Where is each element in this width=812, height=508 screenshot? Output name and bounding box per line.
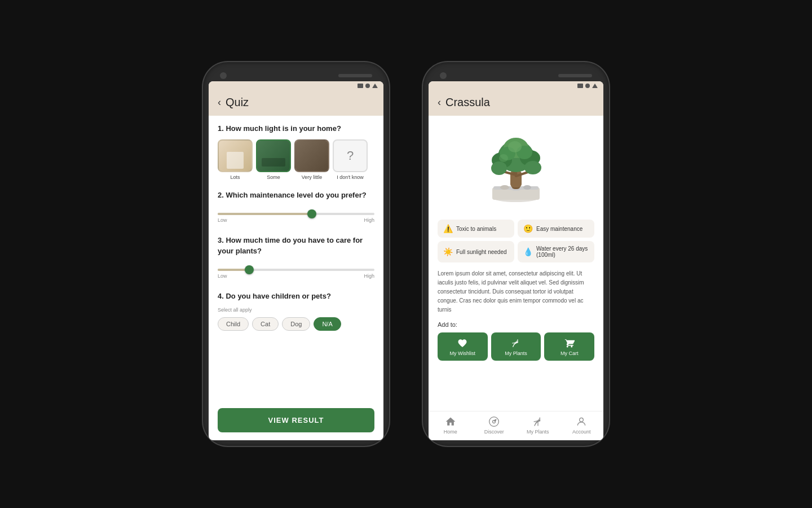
water-icon: 💧 [523, 247, 533, 256]
maintenance-slider-container: Low High [218, 206, 374, 225]
plant-tags: ⚠️ Toxic to animals 🙂 Easy maintenance ☀… [438, 220, 594, 262]
time-slider-thumb[interactable] [245, 265, 254, 274]
pet-chip-dog[interactable]: Dog [282, 317, 310, 331]
tag-water: 💧 Water every 26 days (100ml) [518, 241, 594, 262]
wifi-icon-2 [592, 84, 598, 88]
maintenance-slider-thumb[interactable] [307, 209, 316, 218]
wishlist-icon [457, 338, 467, 348]
plant-content: ⚠️ Toxic to animals 🙂 Easy maintenance ☀… [429, 116, 603, 411]
maintenance-slider-fill [218, 213, 312, 215]
light-option-lots[interactable]: Lots [218, 139, 253, 180]
speaker [338, 74, 372, 77]
question-2-text: 2. Which maintenance level do you prefer… [218, 190, 374, 200]
add-to-plants[interactable]: My Plants [491, 332, 541, 361]
time-slider-labels: Low High [218, 273, 374, 279]
light-option-little[interactable]: Very little [294, 139, 329, 180]
maintenance-slider-track [218, 213, 374, 215]
wifi-icon [372, 84, 378, 88]
svg-point-3 [500, 185, 509, 190]
battery-icon-2 [577, 84, 583, 88]
nav-home-label: Home [444, 429, 457, 435]
front-camera-2 [440, 72, 447, 79]
pet-chip-cat[interactable]: Cat [252, 317, 279, 331]
wishlist-label: My Wishlist [450, 351, 476, 356]
status-bar-2 [429, 81, 603, 90]
pet-chip-child[interactable]: Child [218, 317, 249, 331]
quiz-content: 1. How much light is in your home? Lots … [209, 116, 383, 402]
cart-icon [564, 338, 575, 348]
maintenance-low-label: Low [218, 217, 227, 223]
battery-icon [358, 84, 363, 88]
view-result-button[interactable]: VIEW RESULT [218, 408, 374, 432]
phone-quiz: ‹ Quiz 1. How much light is in your home… [203, 62, 389, 446]
plant-screen: ‹ Crassula [429, 81, 603, 440]
discover-icon [488, 416, 500, 427]
nav-discover[interactable]: Discover [473, 416, 517, 435]
lots-image [218, 139, 253, 172]
home-icon [445, 416, 456, 427]
cart-label: My Cart [561, 351, 579, 356]
nav-myplants[interactable]: My Plants [516, 416, 560, 435]
nav-account-label: Account [572, 429, 591, 435]
back-button-plant[interactable]: ‹ [438, 97, 441, 108]
plants-label: My Plants [505, 351, 527, 356]
back-button[interactable]: ‹ [218, 97, 221, 108]
water-label: Water every 26 days (100ml) [536, 246, 589, 258]
maintenance-high-label: High [364, 217, 374, 223]
pet-chip-na[interactable]: N/A [314, 317, 341, 331]
some-image [256, 139, 291, 172]
nav-discover-label: Discover [484, 429, 504, 435]
maintenance-icon: 🙂 [523, 224, 533, 233]
maintenance-slider-labels: Low High [218, 217, 374, 223]
plant-header: ‹ Crassula [429, 90, 603, 116]
lots-label: Lots [230, 174, 240, 180]
question-3: 3. How much time do you have to care for… [218, 235, 374, 281]
svg-point-5 [523, 185, 531, 190]
svg-point-15 [524, 161, 541, 174]
time-low-label: Low [218, 273, 227, 279]
time-high-label: High [364, 273, 374, 279]
nav-myplants-label: My Plants [527, 429, 549, 435]
quiz-screen: ‹ Quiz 1. How much light is in your home… [209, 81, 383, 440]
question-1: 1. How much light is in your home? Lots … [218, 124, 374, 180]
svg-point-20 [508, 141, 522, 152]
tag-toxic: ⚠️ Toxic to animals [438, 220, 514, 238]
little-image [294, 139, 329, 172]
toxic-icon: ⚠️ [443, 224, 453, 233]
question-1-text: 1. How much light is in your home? [218, 124, 374, 134]
add-to-wishlist[interactable]: My Wishlist [438, 332, 488, 361]
question-2: 2. Which maintenance level do you prefer… [218, 190, 374, 225]
sunlight-icon: ☀️ [443, 247, 453, 256]
add-to-label: Add to: [438, 321, 594, 328]
account-icon [576, 416, 587, 427]
add-to-cart[interactable]: My Cart [544, 332, 594, 361]
plants-icon [511, 338, 521, 348]
little-label: Very little [302, 174, 323, 180]
time-slider-container: Low High [218, 262, 374, 281]
plant-image-area [438, 122, 594, 213]
tag-sunlight: ☀️ Full sunlight needed [438, 241, 514, 262]
light-option-dunno[interactable]: ? I don't know [333, 139, 368, 180]
toxic-label: Toxic to animals [456, 226, 496, 232]
phone-plant: ‹ Crassula [423, 62, 609, 446]
plant-description: Lorem ipsum dolor sit amet, consectetur … [438, 269, 594, 314]
question-4: 4. Do you have children or pets? Select … [218, 291, 374, 331]
nav-account[interactable]: Account [560, 416, 604, 435]
signal-icon-2 [585, 84, 590, 88]
svg-point-21 [499, 154, 508, 162]
maintenance-label: Easy maintenance [536, 226, 582, 232]
plant-title: Crassula [445, 96, 490, 109]
svg-point-16 [491, 161, 507, 175]
dunno-label: I don't know [337, 174, 364, 180]
tag-maintenance: 🙂 Easy maintenance [518, 220, 594, 238]
myplants-icon [532, 416, 544, 427]
nav-home[interactable]: Home [429, 416, 473, 435]
question-3-text: 3. How much time do you have to care for… [218, 235, 374, 256]
light-option-some[interactable]: Some [256, 139, 291, 180]
light-options: Lots Some Very little [218, 139, 374, 180]
some-label: Some [267, 174, 280, 180]
speaker-2 [558, 74, 592, 77]
dunno-image: ? [333, 139, 368, 172]
plant-illustration [476, 125, 555, 210]
quiz-header: ‹ Quiz [209, 90, 383, 116]
